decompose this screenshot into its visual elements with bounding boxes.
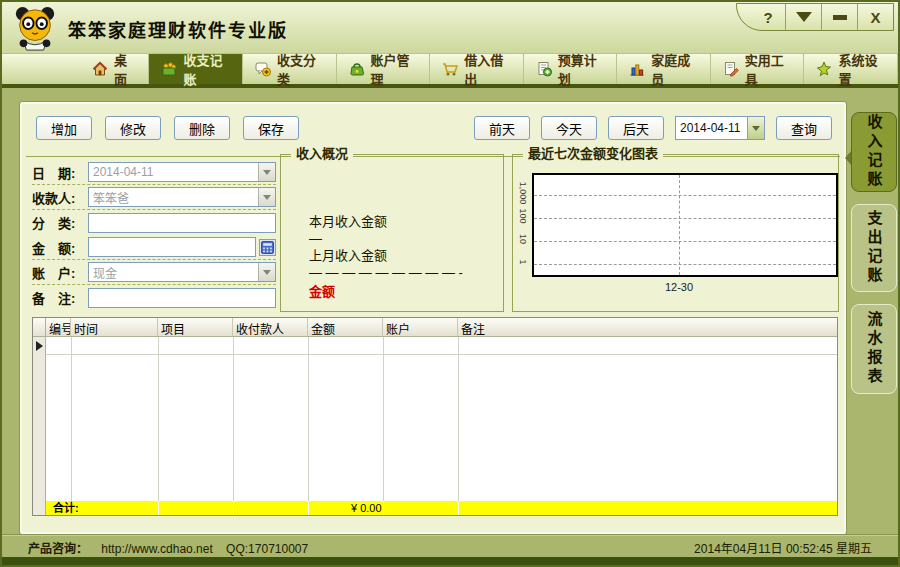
toolbar-item-budget[interactable]: 预算计划	[524, 54, 618, 84]
tab-income-bookkeeping[interactable]: 收入记账	[851, 112, 897, 192]
gridline	[679, 175, 680, 275]
entry-form: 日 期: 2014-04-11 收款人: 笨笨爸 分 类: 金 额:	[32, 160, 276, 310]
payee-value: 笨笨爸	[89, 189, 258, 206]
date-picker-dropdown[interactable]: 2014-04-11	[675, 116, 765, 140]
income-overview-title: 收入概况	[291, 147, 353, 161]
date-picker-value: 2014-04-11	[676, 121, 747, 135]
save-button[interactable]: 保存	[243, 116, 299, 140]
toolbar-item-label: 家庭成员	[651, 50, 698, 88]
query-button[interactable]: 查询	[776, 116, 832, 140]
app-window: 笨笨家庭理财软件专业版 ? X 桌面 收支记账 收支分类 账户管理 借入借出	[0, 0, 900, 567]
form-row-category: 分 类:	[32, 210, 276, 235]
chevron-down-icon[interactable]	[258, 188, 275, 206]
row-selector-gutter	[33, 337, 46, 501]
column-header-payee[interactable]: 收付款人	[233, 318, 308, 336]
next-day-button[interactable]: 后天	[608, 116, 664, 140]
toolbar-item-categories[interactable]: 收支分类	[243, 54, 337, 84]
close-button[interactable]: X	[857, 4, 893, 30]
record-action-buttons: 增加 修改 删除 保存	[36, 116, 299, 140]
records-table: 编号 时间 项目 收付款人 金额 账户 备注	[32, 317, 838, 516]
status-bar: 产品咨询： http://www.cdhao.net QQ:170710007 …	[2, 535, 898, 559]
form-row-date: 日 期: 2014-04-11	[32, 160, 276, 185]
amount-accent-label: 金额	[309, 283, 463, 300]
account-dropdown[interactable]: 现金	[88, 262, 276, 282]
grid-column-line	[458, 337, 459, 501]
column-header-item[interactable]: 项目	[158, 318, 233, 336]
grid-column-line	[383, 337, 384, 501]
column-header-time[interactable]: 时间	[71, 318, 158, 336]
total-cell	[233, 501, 308, 515]
column-header-note[interactable]: 备注	[458, 318, 837, 336]
current-row-pointer-icon	[36, 341, 43, 351]
divider-short: —	[309, 230, 463, 247]
tab-flow-report[interactable]: 流水报表	[851, 304, 897, 394]
status-datetime: 2014年04月11日 00:52:45 星期五	[694, 539, 872, 556]
calculator-button[interactable]	[259, 239, 276, 256]
product-qq: QQ:170710007	[226, 542, 308, 556]
form-row-account: 账 户: 现金	[32, 260, 276, 285]
ledger-icon	[161, 61, 177, 77]
category-input[interactable]	[88, 213, 276, 233]
date-field-value: 2014-04-11	[89, 165, 258, 179]
toolbar-item-label: 实用工具	[745, 50, 792, 88]
minimize-icon	[833, 15, 847, 20]
toolbar-item-desktop[interactable]: 桌面	[80, 54, 149, 84]
chart-groupbox: 最近七次金额变化图表 1,000 100 10 1 12-30	[512, 154, 839, 312]
amount-label: 金 额:	[32, 238, 88, 257]
payee-label: 收款人:	[32, 188, 88, 207]
minimize-to-tray-button[interactable]	[785, 4, 821, 30]
chevron-down-icon[interactable]	[258, 263, 275, 281]
toolbar-item-accounts[interactable]: 账户管理	[337, 54, 431, 84]
tab-expense-bookkeeping[interactable]: 支出记账	[851, 204, 897, 292]
gridline	[534, 264, 836, 265]
title-bar: 笨笨家庭理财软件专业版 ? X	[2, 2, 898, 54]
main-toolbar: 桌面 收支记账 收支分类 账户管理 借入借出 预算计划 家庭成员 实用工具	[2, 54, 898, 88]
column-header-account[interactable]: 账户	[383, 318, 458, 336]
divider-long: — — — — — — — — — -	[309, 264, 463, 281]
y-axis-tick: 100	[518, 208, 528, 223]
grid-column-line	[71, 337, 72, 501]
y-axis-tick: 10	[518, 234, 528, 244]
today-button[interactable]: 今天	[541, 116, 597, 140]
last-month-income-label: 上月收入金额	[309, 247, 463, 264]
toolbar-item-utilities[interactable]: 实用工具	[711, 54, 805, 84]
total-cell	[458, 501, 837, 515]
note-label: 备 注:	[32, 288, 88, 307]
toolbar-item-family-members[interactable]: 家庭成员	[617, 54, 711, 84]
date-navigation: 前天 今天 后天 2014-04-11 查询	[474, 116, 832, 140]
toolbar-item-borrow-lend[interactable]: 借入借出	[430, 54, 524, 84]
toolbar-item-label: 收支记账	[183, 50, 230, 88]
window-controls: ? X	[736, 3, 894, 31]
add-button[interactable]: 增加	[36, 116, 92, 140]
chevron-down-icon[interactable]	[258, 163, 275, 181]
total-amount-cell: ¥ 0.00	[308, 501, 383, 515]
home-icon	[92, 61, 108, 77]
toolbar-item-settings[interactable]: 系统设置	[804, 54, 898, 84]
toolbar-item-bookkeeping[interactable]: 收支记账	[149, 54, 243, 84]
gridline	[534, 218, 836, 219]
account-label: 账 户:	[32, 263, 88, 282]
minimize-button[interactable]	[821, 4, 857, 30]
date-field-dropdown[interactable]: 2014-04-11	[88, 162, 276, 182]
modify-button[interactable]: 修改	[105, 116, 161, 140]
prev-day-button[interactable]: 前天	[474, 116, 530, 140]
form-row-payee: 收款人: 笨笨爸	[32, 185, 276, 210]
total-amount: ¥ 0.00	[309, 501, 382, 515]
panda-logo-icon	[12, 5, 58, 56]
help-button[interactable]: ?	[737, 4, 785, 30]
product-consult-label: 产品咨询：	[28, 542, 88, 556]
cart-icon	[442, 61, 458, 77]
delete-button[interactable]: 删除	[174, 116, 230, 140]
this-month-income-label: 本月收入金额	[309, 213, 463, 230]
column-header-id[interactable]: 编号	[46, 318, 71, 336]
x-axis-tick: 12-30	[665, 281, 693, 293]
table-body	[33, 337, 837, 501]
payee-dropdown[interactable]: 笨笨爸	[88, 187, 276, 207]
column-header-amount[interactable]: 金额	[308, 318, 383, 336]
note-input[interactable]	[88, 288, 276, 308]
y-axis-tick: 1,000	[518, 182, 528, 205]
amount-input[interactable]	[88, 237, 256, 257]
form-row-amount: 金 额:	[32, 235, 276, 260]
app-title: 笨笨家庭理财软件专业版	[68, 16, 288, 42]
chevron-down-icon[interactable]	[747, 117, 764, 139]
